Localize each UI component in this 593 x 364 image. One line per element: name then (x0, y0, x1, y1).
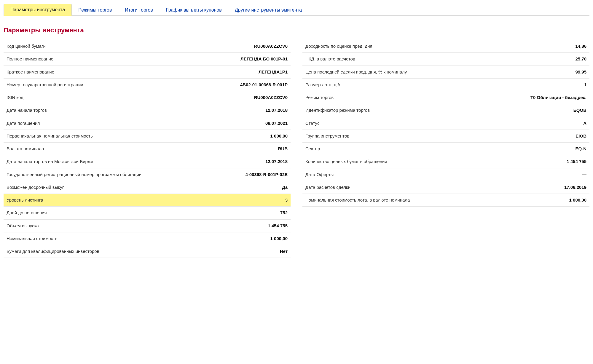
param-label: Первоначальная номинальная стоимость (7, 133, 93, 139)
section-title: Параметры инструмента (4, 26, 589, 34)
param-value: 1 454 755 (268, 223, 288, 229)
param-label: НКД, в валюте расчетов (305, 56, 355, 62)
param-value: A (583, 120, 586, 126)
param-row: Количество ценных бумаг в обращении1 454… (302, 155, 589, 168)
param-label: Объем выпуска (7, 223, 39, 229)
param-row: Номинальная стоимость1 000,00 (4, 232, 291, 245)
param-value: 4-00368-R-001P-02E (245, 172, 288, 178)
param-label: Количество ценных бумаг в обращении (305, 159, 387, 165)
param-label: Цена последней сделки пред. дня, % к ном… (305, 69, 407, 75)
param-row: Дата погашения08.07.2021 (4, 117, 291, 130)
param-value: EQ-N (576, 146, 587, 152)
param-row: Идентификатор режима торговEQOB (302, 104, 589, 117)
param-value: 1 000,00 (270, 236, 288, 242)
param-row: Режим торговТ0 Облигации - безадрес. (302, 91, 589, 104)
tab-instrument-params[interactable]: Параметры инструмента (4, 4, 72, 16)
param-label: Бумаги для квалифицированных инвесторов (7, 248, 99, 254)
param-label: Размер лота, ц.б. (305, 82, 342, 88)
param-label: Уровень листинга (7, 197, 43, 203)
param-label: Код ценной бумаги (7, 43, 46, 49)
param-row: Размер лота, ц.б.1 (302, 79, 589, 91)
param-label: Дней до погашения (7, 210, 47, 216)
tab-trading-modes[interactable]: Режимы торгов (72, 4, 118, 16)
param-row: Государственный регистрационный номер пр… (4, 168, 291, 181)
tab-other-instruments[interactable]: Другие инструменты эмитента (228, 4, 308, 16)
parameters-columns: Код ценной бумагиRU000A0ZZCV0Полное наим… (4, 40, 589, 258)
param-value: 17.06.2019 (564, 184, 586, 190)
param-label: Дата Оферты (305, 172, 334, 178)
param-row: Валюта номиналаRUB (4, 143, 291, 155)
param-value: 1 454 755 (567, 159, 586, 165)
param-label: Государственный регистрационный номер пр… (7, 172, 141, 178)
param-value: 752 (280, 210, 288, 216)
param-row: Дней до погашения752 (4, 207, 291, 219)
param-value: 3 (285, 197, 288, 203)
param-value: RU000A0ZZCV0 (254, 43, 288, 49)
param-row: СтатусA (302, 117, 589, 130)
param-label: Возможен досрочный выкуп (7, 184, 65, 190)
param-row: Первоначальная номинальная стоимость1 00… (4, 130, 291, 143)
param-value: 1 000,00 (569, 197, 586, 203)
param-value: 12.07.2018 (265, 159, 288, 165)
param-label: Краткое наименование (7, 69, 54, 75)
param-row: Бумаги для квалифицированных инвесторовН… (4, 245, 291, 258)
param-label: Статус (305, 120, 319, 126)
param-row: Номинальная стоимость лота, в валюте ном… (302, 194, 589, 207)
tab-bar: Параметры инструмента Режимы торгов Итог… (4, 4, 589, 16)
param-value: Да (282, 184, 288, 190)
param-label: Дата расчетов сделки (305, 184, 350, 190)
param-value: 99,95 (575, 69, 586, 75)
param-label: Полное наименование (7, 56, 53, 62)
param-row: Полное наименованиеЛЕГЕНДА БО 001Р-01 (4, 53, 291, 66)
param-value: 12.07.2018 (265, 107, 288, 113)
param-row: Краткое наименованиеЛЕГЕНДА1Р1 (4, 66, 291, 79)
param-row: Уровень листинга3 (4, 194, 291, 207)
left-column: Код ценной бумагиRU000A0ZZCV0Полное наим… (4, 40, 291, 258)
param-row: Дата расчетов сделки17.06.2019 (302, 181, 589, 194)
param-row: Группа инструментовEIOB (302, 130, 589, 143)
param-row: Возможен досрочный выкупДа (4, 181, 291, 194)
param-value: EQOB (573, 107, 586, 113)
param-row: Дата начала торгов на Московской Бирже12… (4, 155, 291, 168)
param-value: EIOB (576, 133, 586, 139)
tab-trading-results[interactable]: Итоги торгов (118, 4, 160, 16)
param-value: Т0 Облигации - безадрес. (530, 95, 586, 100)
param-value: 1 (584, 82, 586, 88)
param-value: ЛЕГЕНДА БО 001Р-01 (240, 56, 288, 62)
param-value: ЛЕГЕНДА1Р1 (259, 69, 288, 75)
param-label: ISIN код (7, 95, 23, 100)
param-label: Идентификатор режима торгов (305, 107, 370, 113)
param-row: Дата Оферты— (302, 168, 589, 181)
param-label: Группа инструментов (305, 133, 349, 139)
param-row: Объем выпуска1 454 755 (4, 220, 291, 232)
param-row: ISIN кодRU000A0ZZCV0 (4, 91, 291, 104)
param-label: Дата начала торгов (7, 107, 47, 113)
param-label: Режим торгов (305, 95, 334, 100)
param-row: Цена последней сделки пред. дня, % к ном… (302, 66, 589, 79)
param-row: Номер государственной регистрации4B02-01… (4, 79, 291, 91)
param-value: 1 000,00 (270, 133, 288, 139)
param-value: 08.07.2021 (265, 120, 288, 126)
param-label: Дата погашения (7, 120, 40, 126)
param-value: RU000A0ZZCV0 (254, 95, 288, 100)
param-row: СекторEQ-N (302, 143, 589, 155)
param-row: Дата начала торгов12.07.2018 (4, 104, 291, 117)
right-column: Доходность по оценке пред. дня14,86НКД, … (302, 40, 589, 258)
param-label: Доходность по оценке пред. дня (305, 43, 372, 49)
param-row: Доходность по оценке пред. дня14,86 (302, 40, 589, 53)
param-value: 4B02-01-00368-R-001P (240, 82, 288, 88)
param-value: RUB (278, 146, 288, 152)
param-value: Нет (280, 248, 288, 254)
param-value: 25,70 (575, 56, 586, 62)
param-label: Сектор (305, 146, 320, 152)
param-value: — (582, 172, 586, 178)
param-label: Номер государственной регистрации (7, 82, 83, 88)
tab-coupon-schedule[interactable]: График выплаты купонов (160, 4, 228, 16)
param-label: Валюта номинала (7, 146, 44, 152)
param-label: Номинальная стоимость (7, 236, 58, 242)
param-value: 14,86 (575, 43, 586, 49)
param-row: Код ценной бумагиRU000A0ZZCV0 (4, 40, 291, 53)
param-row: НКД, в валюте расчетов25,70 (302, 53, 589, 66)
param-label: Номинальная стоимость лота, в валюте ном… (305, 197, 410, 203)
param-label: Дата начала торгов на Московской Бирже (7, 159, 93, 165)
